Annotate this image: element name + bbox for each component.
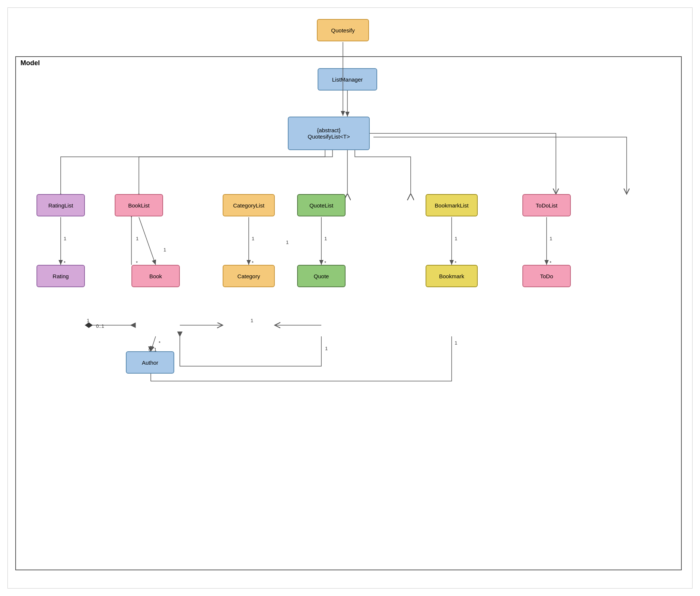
category-label: Category bbox=[238, 273, 260, 279]
quote-list-label: QuoteList bbox=[309, 202, 333, 209]
mult-book-author-01: 0..1 bbox=[149, 347, 157, 352]
quote-label: Quote bbox=[314, 273, 329, 279]
category-list-label: CategoryList bbox=[233, 202, 264, 209]
rating-list-label: RatingList bbox=[48, 202, 73, 209]
todo-label: ToDo bbox=[540, 273, 553, 279]
book-list-label: BookList bbox=[128, 202, 150, 209]
book-list-box: BookList bbox=[115, 194, 163, 216]
mult-book-author-star: * bbox=[159, 340, 160, 346]
mult-book-star: * bbox=[136, 260, 138, 266]
list-manager-box: ListManager bbox=[318, 68, 377, 91]
mult-booklist-1: 1 bbox=[136, 236, 139, 241]
mult-quote-assoc-1: 1 bbox=[286, 240, 289, 245]
rating-label: Rating bbox=[52, 273, 69, 279]
svg-line-7 bbox=[139, 217, 156, 265]
svg-line-6 bbox=[139, 217, 156, 265]
mult-bklist-1: 1 bbox=[455, 236, 457, 241]
diagram-container: Quotesify Model bbox=[7, 7, 693, 589]
quotesify-label: Quotesify bbox=[331, 27, 354, 34]
quotesify-list-box: {abstract} QuotesifyList<T> bbox=[288, 117, 370, 150]
mult-rating-assoc-1: 1 bbox=[87, 318, 89, 323]
bookmark-label: Bookmark bbox=[439, 273, 464, 279]
todo-list-label: ToDoList bbox=[536, 202, 557, 209]
quotesify-list-label: {abstract} QuotesifyList<T> bbox=[308, 127, 350, 140]
mult-rating-star: * bbox=[64, 260, 66, 266]
category-list-box: CategoryList bbox=[223, 194, 275, 216]
rating-list-box: RatingList bbox=[36, 194, 85, 216]
mult-quotelist-1: 1 bbox=[324, 236, 327, 241]
bookmark-box: Bookmark bbox=[426, 265, 478, 287]
model-label: Model bbox=[20, 59, 40, 67]
mult-bk-author-1: 1 bbox=[455, 340, 457, 346]
list-manager-label: ListManager bbox=[332, 76, 363, 83]
bookmark-list-box: BookmarkList bbox=[426, 194, 478, 216]
quotesify-box: Quotesify bbox=[317, 19, 369, 41]
mult-rating-list-1: 1 bbox=[64, 236, 66, 241]
todo-list-box: ToDoList bbox=[522, 194, 571, 216]
rating-box: Rating bbox=[36, 265, 85, 287]
mult-rating-01: 0..1 bbox=[96, 323, 104, 329]
mult-bk-star: * bbox=[455, 260, 456, 266]
quote-box: Quote bbox=[297, 265, 346, 287]
todo-box: ToDo bbox=[522, 265, 571, 287]
book-label: Book bbox=[149, 273, 162, 279]
mult-cat-book-1: 1 bbox=[251, 318, 253, 323]
book-box: Book bbox=[131, 265, 180, 287]
mult-cat-star: * bbox=[252, 260, 254, 266]
mult-todolist-1: 1 bbox=[550, 236, 552, 241]
mult-todo-star: * bbox=[550, 260, 551, 266]
mult-quote-star: * bbox=[324, 260, 326, 266]
mult-quote-book-1: 1 bbox=[325, 346, 328, 351]
bookmark-list-label: BookmarkList bbox=[435, 202, 469, 209]
mult-booklist-assoc-1: 1 bbox=[163, 247, 166, 253]
mult-catlist-1: 1 bbox=[252, 236, 254, 241]
quote-list-box: QuoteList bbox=[297, 194, 346, 216]
model-box: Model bbox=[15, 56, 682, 570]
author-label: Author bbox=[142, 359, 158, 366]
author-box: Author bbox=[126, 351, 174, 374]
category-box: Category bbox=[223, 265, 275, 287]
